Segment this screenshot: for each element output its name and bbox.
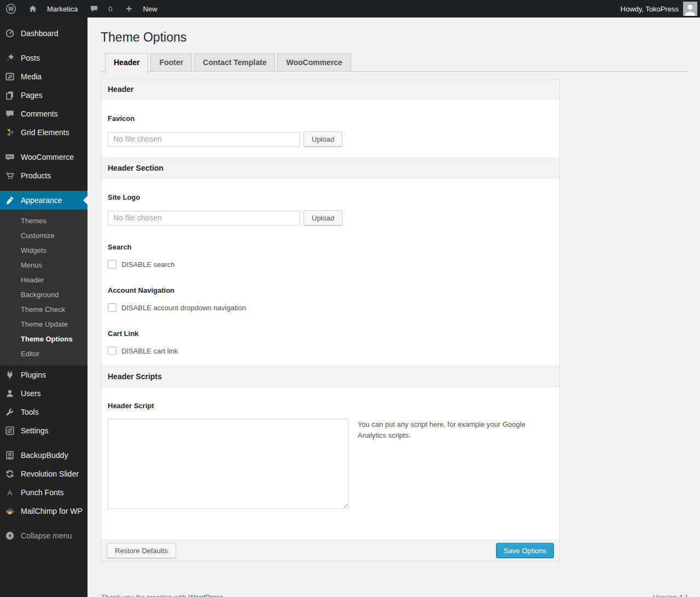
avatar[interactable] — [683, 2, 697, 16]
menu-separator — [0, 520, 88, 526]
sidebar-item-woocommerce[interactable]: Woo WooCommerce — [0, 148, 88, 166]
disable-account-nav-row[interactable]: DISABLE account dropdown navigation — [108, 303, 553, 312]
sidebar-item-menus[interactable]: Menus — [0, 258, 88, 273]
site-logo-file-input[interactable] — [108, 211, 300, 225]
site-logo-label: Site Logo — [108, 178, 553, 201]
disable-cart-link-row[interactable]: DISABLE cart link — [108, 346, 553, 355]
sidebar-item-dashboard[interactable]: Dashboard — [0, 24, 88, 43]
sidebar-item-theme-update[interactable]: Theme Update — [0, 317, 88, 332]
comment-count: 0 — [108, 5, 112, 13]
comment-icon — [4, 108, 15, 119]
header-scripts-body: Header Script You can put any script her… — [101, 387, 559, 540]
panel-footer: Restore Defaults Save Options — [101, 540, 559, 561]
save-options-button[interactable]: Save Options — [496, 543, 554, 558]
tab-header[interactable]: Header — [105, 53, 148, 74]
sidebar-item-backupbuddy[interactable]: BackupBuddy — [0, 446, 88, 465]
sidebar-item-comments[interactable]: Comments — [0, 105, 88, 123]
restore-defaults-button[interactable]: Restore Defaults — [107, 543, 176, 558]
sidebar-item-plugins[interactable]: Plugins — [0, 366, 88, 384]
adminbar-new-link[interactable]: New — [118, 0, 163, 18]
admin-sidebar: Dashboard Posts Media Pages Comments Gri… — [0, 18, 88, 597]
plus-icon — [124, 3, 135, 14]
header-script-help-text: You can put any script here, for example… — [358, 419, 528, 441]
adminbar-comments-link[interactable]: 0 — [83, 0, 118, 18]
site-logo-upload-button[interactable]: Upload — [304, 210, 342, 225]
tab-woocommerce[interactable]: WooCommerce — [277, 53, 351, 71]
favicon-upload-button[interactable]: Upload — [304, 131, 342, 147]
sidebar-item-posts[interactable]: Posts — [0, 49, 88, 67]
sidebar-item-mailchimp[interactable]: MailChimp for WP — [0, 502, 88, 520]
howdy-account-link[interactable]: Howdy, TokoPress — [621, 5, 679, 13]
menu-separator — [0, 440, 88, 446]
wrench-icon — [4, 407, 15, 418]
favicon-file-input[interactable] — [108, 132, 300, 147]
sidebar-item-products[interactable]: Products — [0, 166, 88, 185]
sidebar-item-punch-fonts[interactable]: A Punch Fonts — [0, 483, 88, 502]
sidebar-item-pages[interactable]: Pages — [0, 86, 88, 105]
appearance-submenu: Themes Customize Widgets Menus Header Ba… — [0, 210, 88, 366]
page-footer: Thank you for creating with WordPress. V… — [101, 593, 689, 597]
disable-account-nav-checkbox-label: DISABLE account dropdown navigation — [121, 304, 246, 312]
sidebar-item-theme-options[interactable]: Theme Options — [0, 332, 88, 346]
brush-icon — [4, 195, 15, 206]
sidebar-item-header[interactable]: Header — [0, 273, 88, 287]
section-header-scripts-title: Header Scripts — [101, 366, 559, 387]
sidebar-item-revolution-slider[interactable]: Revolution Slider — [0, 465, 88, 483]
disable-cart-link-checkbox[interactable] — [108, 346, 116, 355]
svg-text:W: W — [8, 5, 14, 12]
sidebar-item-media[interactable]: Media — [0, 67, 88, 86]
monkey-icon — [4, 506, 15, 517]
sidebar-item-customize[interactable]: Customize — [0, 228, 88, 243]
site-name: Marketica — [47, 5, 78, 13]
grid-elements-icon — [4, 127, 15, 138]
user-icon — [4, 388, 15, 399]
header-section-body: Favicon Upload — [101, 100, 559, 158]
tab-footer[interactable]: Footer — [150, 53, 192, 71]
page-title: Theme Options — [101, 30, 689, 45]
sidebar-item-themes[interactable]: Themes — [0, 213, 88, 228]
search-label: Search — [108, 225, 553, 251]
site-name-link[interactable]: Marketica — [22, 0, 83, 18]
version-text: Version 4.1 — [653, 593, 689, 597]
tab-contact-template[interactable]: Contact Template — [194, 53, 275, 71]
disable-search-row[interactable]: DISABLE search — [108, 260, 553, 269]
main-content: Theme Options HeaderFooterContact Templa… — [88, 18, 700, 597]
admin-bar-right: Howdy, TokoPress — [621, 2, 700, 16]
sidebar-item-grid-elements[interactable]: Grid Elements — [0, 123, 88, 142]
sidebar-item-background[interactable]: Background — [0, 287, 88, 302]
comment-bubble-icon — [89, 3, 100, 14]
disable-account-nav-checkbox[interactable] — [108, 303, 116, 312]
pushpin-icon — [4, 53, 15, 63]
menu-separator — [0, 43, 88, 49]
header-script-textarea[interactable] — [108, 419, 349, 509]
disable-cart-link-checkbox-label: DISABLE cart link — [121, 347, 178, 355]
new-label: New — [143, 5, 158, 13]
sidebar-item-settings[interactable]: Settings — [0, 421, 88, 440]
sidebar-item-theme-check[interactable]: Theme Check — [0, 302, 88, 317]
backup-drive-icon — [4, 450, 15, 461]
home-icon — [27, 3, 38, 14]
header-section-fields-body: Site Logo Upload Search DISABLE search A… — [101, 178, 559, 366]
svg-text:Woo: Woo — [7, 155, 13, 158]
section-header-section-title: Header Section — [101, 158, 559, 178]
cart-link-label: Cart Link — [108, 312, 553, 338]
sidebar-item-users[interactable]: Users — [0, 384, 88, 403]
sidebar-item-tools[interactable]: Tools — [0, 403, 88, 421]
woocommerce-badge-icon: Woo — [4, 152, 15, 163]
section-header-title: Header — [101, 79, 559, 100]
svg-text:A: A — [7, 489, 12, 497]
dashboard-icon — [4, 28, 15, 39]
sidebar-item-widgets[interactable]: Widgets — [0, 243, 88, 258]
sidebar-item-appearance[interactable]: Appearance — [0, 191, 88, 210]
sidebar-item-editor[interactable]: Editor — [0, 346, 88, 361]
collapse-arrow-icon — [4, 530, 15, 541]
footer-thanks-text: Thank you for creating with WordPress. — [101, 593, 225, 597]
disable-search-checkbox-label: DISABLE search — [121, 260, 175, 269]
sliders-icon — [4, 425, 15, 436]
wordpress-logo-icon[interactable]: W — [0, 0, 22, 18]
header-script-label: Header Script — [108, 387, 553, 410]
plug-icon — [4, 369, 15, 380]
disable-search-checkbox[interactable] — [108, 260, 116, 269]
wordpress-footer-link[interactable]: WordPress — [188, 593, 223, 597]
sidebar-item-collapse-menu[interactable]: Collapse menu — [0, 526, 88, 545]
